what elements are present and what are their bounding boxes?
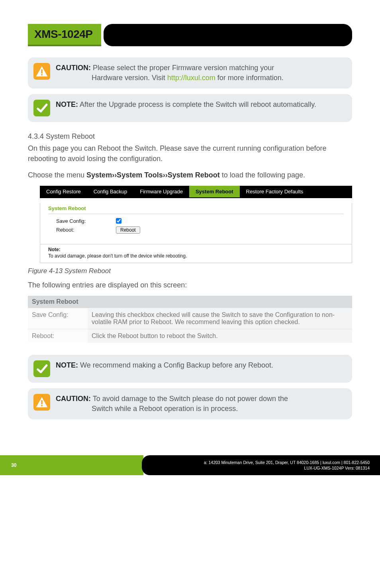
svg-rect-2 xyxy=(41,74,42,75)
section-paragraph-2: Choose the menu System››System Tools››Sy… xyxy=(28,170,352,180)
table-cell-key: Reboot: xyxy=(28,329,88,343)
caution-text-line2-suffix: for more information. xyxy=(215,74,284,82)
note-text: We recommend making a Config Backup befo… xyxy=(78,361,273,369)
caution-text-line2-prefix: Hardware version. Visit xyxy=(92,74,167,82)
table-header: System Reboot xyxy=(28,296,352,308)
reboot-button[interactable]: Reboot xyxy=(116,226,140,234)
section-paragraph-1: On this page you can Reboot the Switch. … xyxy=(28,143,352,164)
para2-post: to load the following page. xyxy=(220,171,305,179)
checkbox-save-config[interactable] xyxy=(116,218,121,224)
footer-info: a: 14203 Minuteman Drive, Suite 201, Dra… xyxy=(142,455,380,475)
callout-body: NOTE: After the Upgrade process is compl… xyxy=(56,100,343,110)
callout-note-upgrade: NOTE: After the Upgrade process is compl… xyxy=(28,94,352,122)
table-cell-value: Leaving this checkbox checked will cause… xyxy=(88,308,352,329)
caution-link[interactable]: http://luxul.com xyxy=(167,74,215,82)
tab-system-reboot[interactable]: System Reboot xyxy=(189,186,240,197)
table-cell-value: Click the Reboot button to reboot the Sw… xyxy=(88,329,352,343)
page-header: XMS-1024P xyxy=(28,24,352,46)
page-footer: 30 a: 14203 Minuteman Drive, Suite 201, … xyxy=(0,455,380,475)
footer-address: a: 14203 Minuteman Drive, Suite 201, Dra… xyxy=(204,460,370,465)
caution-text-line2: Switch while a Reboot operation is in pr… xyxy=(56,404,343,414)
svg-rect-5 xyxy=(41,405,42,406)
callout-body: NOTE: We recommend making a Config Backu… xyxy=(56,360,343,370)
figure-caption: Figure 4-13 System Reboot xyxy=(28,267,352,275)
callout-note-backup: NOTE: We recommend making a Config Backu… xyxy=(28,355,352,383)
callout-caution-powerdown: CAUTION: To avoid damage to the Switch p… xyxy=(28,388,352,419)
table-row: Reboot: Click the Reboot button to reboo… xyxy=(28,329,352,343)
warning-icon xyxy=(33,394,50,411)
label-save-config: Save Config: xyxy=(56,218,92,224)
figure-note: Note: To avoid damage, please don't turn… xyxy=(40,244,352,263)
para2-pre: Choose the menu xyxy=(28,171,86,179)
table-intro-text: The following entries are displayed on t… xyxy=(28,280,352,290)
figure-tabs: Config Restore Config Backup Firmware Up… xyxy=(40,186,352,198)
label-reboot: Reboot: xyxy=(56,227,92,233)
caution-text-line1: To avoid damage to the Switch please do … xyxy=(91,395,288,403)
note-text: After the Upgrade process is complete th… xyxy=(78,100,316,108)
tab-restore-factory-defaults[interactable]: Restore Factory Defaults xyxy=(240,186,310,197)
note-label: NOTE: xyxy=(56,361,78,369)
figure-panel-heading: System Reboot xyxy=(48,203,344,214)
section-heading: 4.3.4 System Reboot xyxy=(28,132,352,141)
figure-form: Save Config: Reboot: Reboot xyxy=(48,214,344,242)
caution-label: CAUTION: xyxy=(56,64,91,72)
svg-rect-1 xyxy=(41,69,42,73)
figure-panel: System Reboot Save Config: Reboot: Reboo… xyxy=(40,203,352,263)
caution-text-line1: Please select the proper Firmware versio… xyxy=(91,64,274,72)
figure-note-text: To avoid damage, please don't turn off t… xyxy=(48,253,187,259)
tab-config-backup[interactable]: Config Backup xyxy=(87,186,134,197)
tab-config-restore[interactable]: Config Restore xyxy=(40,186,87,197)
para2-menu-path: System››System Tools››System Reboot xyxy=(86,171,220,179)
warning-icon xyxy=(33,63,50,80)
svg-rect-4 xyxy=(41,400,42,404)
check-icon xyxy=(33,360,50,377)
figure-system-reboot-ui: Config Restore Config Backup Firmware Up… xyxy=(40,186,352,263)
figure-note-label: Note: xyxy=(48,247,344,252)
tab-firmware-upgrade[interactable]: Firmware Upgrade xyxy=(133,186,189,197)
note-label: NOTE: xyxy=(56,100,78,108)
description-table: System Reboot Save Config: Leaving this … xyxy=(28,296,352,343)
page-number: 30 xyxy=(0,455,143,475)
product-title: XMS-1024P xyxy=(28,24,101,46)
caution-label: CAUTION: xyxy=(56,395,91,403)
header-bar xyxy=(104,24,352,46)
table-row: Save Config: Leaving this checkbox check… xyxy=(28,308,352,329)
table-cell-key: Save Config: xyxy=(28,308,88,329)
callout-caution-firmware: CAUTION: Please select the proper Firmwa… xyxy=(28,57,352,88)
footer-version: LUX-UG-XMS-1024P Vers: 081314 xyxy=(304,465,370,471)
callout-body: CAUTION: To avoid damage to the Switch p… xyxy=(56,394,343,414)
check-icon xyxy=(33,100,50,116)
callout-body: CAUTION: Please select the proper Firmwa… xyxy=(56,63,343,83)
